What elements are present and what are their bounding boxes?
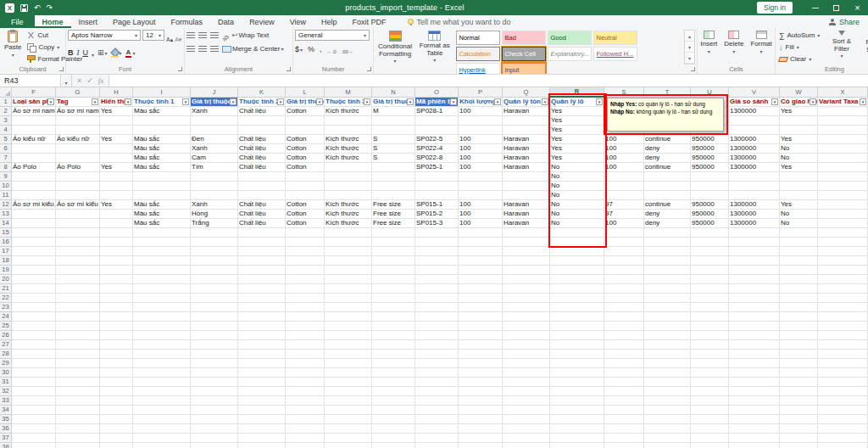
cell-G32[interactable] <box>56 387 100 396</box>
cell-U22[interactable] <box>691 294 729 303</box>
cell-N31[interactable] <box>372 378 415 387</box>
cell-R31[interactable] <box>550 378 604 387</box>
cell-P26[interactable] <box>459 331 503 340</box>
row-header-38[interactable]: 38 <box>0 443 12 448</box>
cell-K19[interactable] <box>238 266 286 275</box>
cell-J25[interactable] <box>191 322 238 331</box>
cell-X21[interactable] <box>818 284 868 294</box>
styles-dialog-launcher[interactable] <box>691 67 695 71</box>
excel-app-icon[interactable] <box>5 3 14 13</box>
cell-W15[interactable] <box>780 228 818 238</box>
cell-Q18[interactable] <box>503 256 550 266</box>
cell-K20[interactable] <box>238 275 286 284</box>
cell-I3[interactable] <box>133 116 191 126</box>
cell-F6[interactable] <box>12 144 56 154</box>
cell-X20[interactable] <box>818 275 868 284</box>
cell-H13[interactable] <box>100 210 133 219</box>
cell-U20[interactable] <box>691 275 729 284</box>
undo-icon[interactable] <box>34 3 41 12</box>
cell-N4[interactable] <box>372 126 415 135</box>
cell-T17[interactable] <box>644 247 691 256</box>
row-header-24[interactable]: 24 <box>0 312 12 322</box>
cell-W19[interactable] <box>780 266 818 275</box>
cell-I7[interactable]: Màu sắc <box>133 154 191 163</box>
cell-Q37[interactable] <box>503 434 550 443</box>
cell-Q21[interactable] <box>503 284 550 294</box>
cell-F29[interactable] <box>12 359 56 368</box>
cell-S38[interactable] <box>604 443 644 448</box>
row-header-37[interactable]: 37 <box>0 434 12 443</box>
cell-V8[interactable]: 1300000 <box>729 163 780 172</box>
filter-button-L[interactable]: ▾ <box>316 98 323 105</box>
cell-K1[interactable]: Thuộc tính 2▾ <box>238 98 286 107</box>
row-header-22[interactable]: 22 <box>0 294 12 303</box>
cell-style-normal[interactable]: Normal <box>456 31 500 45</box>
cell-F23[interactable] <box>12 303 56 312</box>
cell-P31[interactable] <box>459 378 503 387</box>
cell-W33[interactable] <box>780 396 818 406</box>
cell-X24[interactable] <box>818 312 868 322</box>
cell-W30[interactable] <box>780 368 818 378</box>
cell-S22[interactable] <box>604 294 644 303</box>
cell-R34[interactable] <box>550 406 604 415</box>
cell-P5[interactable]: 100 <box>459 135 503 144</box>
cell-H28[interactable] <box>100 350 133 359</box>
cell-Q12[interactable]: Haravan <box>503 200 550 210</box>
cell-K7[interactable]: Chất liệu <box>238 154 286 163</box>
cell-R9[interactable]: No <box>550 172 604 182</box>
cell-N33[interactable] <box>372 396 415 406</box>
cell-T22[interactable] <box>644 294 691 303</box>
cell-I28[interactable] <box>133 350 191 359</box>
cell-F12[interactable]: Áo sơ mi kiểu <box>12 200 56 210</box>
cell-G20[interactable] <box>56 275 100 284</box>
cell-I36[interactable] <box>133 424 191 434</box>
cell-J5[interactable]: Đen <box>191 135 238 144</box>
cell-L17[interactable] <box>286 247 325 256</box>
cell-J35[interactable] <box>191 415 238 424</box>
cell-O32[interactable] <box>415 387 459 396</box>
cell-L5[interactable]: Cotton <box>286 135 325 144</box>
cell-S16[interactable] <box>604 238 644 247</box>
cell-V10[interactable] <box>729 182 780 191</box>
tab-foxit-pdf[interactable]: Foxit PDF <box>345 15 394 28</box>
cell-X32[interactable] <box>818 387 868 396</box>
cell-L36[interactable] <box>286 424 325 434</box>
cell-K29[interactable] <box>238 359 286 368</box>
cell-H14[interactable] <box>100 219 133 228</box>
cell-O18[interactable] <box>415 256 459 266</box>
cell-H6[interactable] <box>100 144 133 154</box>
select-all-button[interactable] <box>0 87 12 98</box>
column-header-L[interactable]: L <box>286 87 325 98</box>
row-header-18[interactable]: 18 <box>0 256 12 266</box>
tab-review[interactable]: Review <box>242 15 282 28</box>
cell-O29[interactable] <box>415 359 459 368</box>
cell-S11[interactable] <box>604 191 644 200</box>
filter-button-Q[interactable]: ▾ <box>542 98 548 105</box>
cell-O11[interactable] <box>415 191 459 200</box>
cell-I18[interactable] <box>133 256 191 266</box>
cell-W18[interactable] <box>780 256 818 266</box>
cell-F22[interactable] <box>12 294 56 303</box>
cell-P32[interactable] <box>459 387 503 396</box>
cell-J28[interactable] <box>191 350 238 359</box>
cell-F9[interactable] <box>12 172 56 182</box>
cell-N26[interactable] <box>372 331 415 340</box>
cell-H24[interactable] <box>100 312 133 322</box>
cell-O33[interactable] <box>415 396 459 406</box>
borders-button[interactable] <box>97 48 108 57</box>
cell-L23[interactable] <box>286 303 325 312</box>
cell-H15[interactable] <box>100 228 133 238</box>
cell-R25[interactable] <box>550 322 604 331</box>
row-header-19[interactable]: 19 <box>0 266 12 275</box>
cell-P36[interactable] <box>459 424 503 434</box>
cell-M28[interactable] <box>325 350 372 359</box>
cell-H17[interactable] <box>100 247 133 256</box>
cell-style-calculation[interactable]: Calculation <box>456 47 500 61</box>
cell-K33[interactable] <box>238 396 286 406</box>
cell-U27[interactable] <box>691 340 729 350</box>
cell-I17[interactable] <box>133 247 191 256</box>
cell-O38[interactable] <box>415 443 459 448</box>
cell-N3[interactable] <box>372 116 415 126</box>
cell-P19[interactable] <box>459 266 503 275</box>
cell-I1[interactable]: Thuộc tính 1▾ <box>133 98 191 107</box>
